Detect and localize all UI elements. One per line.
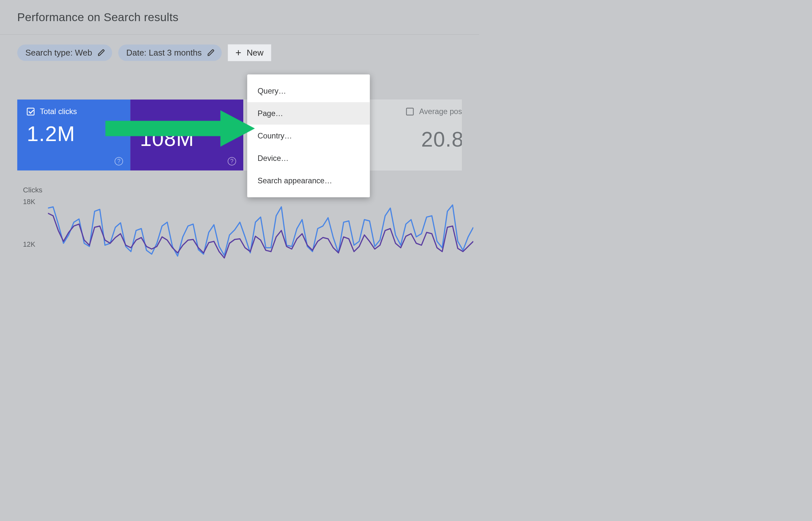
dropdown-item-country[interactable]: Country… [247, 124, 370, 147]
chart-area: Clicks 18K 12K [17, 186, 462, 279]
line-chart [48, 202, 474, 278]
dropdown-item-query[interactable]: Query… [247, 80, 370, 102]
checkbox-icon [27, 108, 35, 115]
filter-search-type[interactable]: Search type: Web [17, 45, 112, 61]
y-tick-18k: 18K [23, 198, 35, 206]
pencil-icon [207, 49, 215, 56]
checkbox-icon [406, 108, 414, 115]
dropdown-item-searchappearance[interactable]: Search appearance… [247, 169, 370, 192]
y-tick-12k: 12K [23, 240, 35, 248]
dropdown-item-page[interactable]: Page… [247, 102, 370, 124]
arrow-annotation [105, 110, 259, 146]
filter-date[interactable]: Date: Last 3 months [118, 45, 221, 61]
chart-title: Clicks [23, 186, 462, 194]
plus-icon: + [236, 48, 241, 58]
filter-date-label: Date: Last 3 months [126, 48, 202, 58]
svg-rect-0 [105, 121, 224, 136]
filter-search-type-label: Search type: Web [25, 48, 92, 58]
series-clicks [48, 205, 474, 256]
card-position-value: 20.8 [421, 127, 462, 152]
card-position-label: Average positi [419, 107, 461, 116]
help-icon[interactable]: ? [115, 157, 123, 165]
svg-marker-1 [220, 110, 255, 146]
help-icon[interactable]: ? [228, 157, 236, 165]
divider [0, 35, 479, 35]
new-filter-button[interactable]: + New [228, 44, 271, 61]
new-filter-label: New [246, 48, 263, 58]
page-title: Performance on Search results [17, 10, 462, 24]
new-filter-dropdown: Query…Page…Country…Device…Search appeara… [247, 74, 370, 197]
filter-row: Search type: Web Date: Last 3 months + N… [17, 44, 462, 61]
card-clicks-label: Total clicks [40, 107, 77, 116]
pencil-icon [97, 49, 105, 56]
dropdown-item-device[interactable]: Device… [247, 147, 370, 169]
